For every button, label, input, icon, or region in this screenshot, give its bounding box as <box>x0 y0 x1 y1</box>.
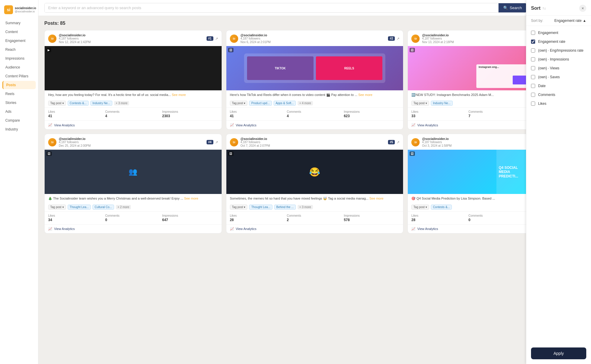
see-more-link[interactable]: See more <box>172 93 186 97</box>
sort-checkbox-engagement-rate[interactable] <box>531 40 535 44</box>
sort-option-likes[interactable]: Likes <box>526 99 591 108</box>
post-card: SI @socialinsider.io 4,187 followers Dec… <box>44 134 222 233</box>
sort-checkbox-engagement[interactable] <box>531 31 535 35</box>
stat-likes: Likes 28 <box>411 214 467 222</box>
sort-by-value[interactable]: Engagement rate ▲ <box>554 19 586 23</box>
view-analytics-button[interactable]: 📈 View Analytics <box>48 227 218 231</box>
sort-checkbox-comments[interactable] <box>531 93 535 97</box>
sidebar-item-summary[interactable]: Summary <box>2 19 36 27</box>
sort-option-label: (own) · Eng/Impressions rate <box>538 48 583 53</box>
sidebar-item-reels[interactable]: Reels <box>2 90 36 98</box>
sort-option-engagement-rate[interactable]: Engagement rate <box>526 37 591 46</box>
post-header: SI @socialinsider.io 4,187 followers Dec… <box>45 134 222 150</box>
post-type-select[interactable]: Tag post ▾ <box>48 205 66 210</box>
sidebar-item-content-pillars[interactable]: Content Pillars <box>2 72 36 80</box>
tag-more[interactable]: + 2 more <box>116 205 131 209</box>
post-type-select[interactable]: Tag post ▾ <box>411 205 429 210</box>
sidebar-item-engagement[interactable]: Engagement <box>2 37 36 45</box>
post-type-select[interactable]: Tag post ▾ <box>230 205 248 210</box>
post-tags: Tag post ▾ Thought Lea... Behind the ...… <box>226 203 403 211</box>
see-more-link[interactable]: See more <box>358 93 372 97</box>
post-info: @socialinsider.io 4,187 followers Nov 13… <box>422 33 454 44</box>
sidebar-item-industry[interactable]: Industry <box>2 125 36 133</box>
sort-panel-close-button[interactable]: × <box>579 5 586 12</box>
sort-checkbox-likes[interactable] <box>531 102 535 106</box>
external-link-icon[interactable]: ↗ <box>397 140 400 144</box>
stat-likes: Likes 41 <box>48 110 104 118</box>
sidebar: si socialinsider.io @socialinsider.io Su… <box>0 0 38 364</box>
tag-more[interactable]: + 3 more <box>114 101 129 105</box>
app-name: socialinsider.io <box>15 6 36 10</box>
image-icon: 🖼 <box>410 151 415 156</box>
post-type-select[interactable]: Tag post ▾ <box>48 101 66 106</box>
search-input[interactable] <box>45 3 499 12</box>
sidebar-item-content[interactable]: Content <box>2 28 36 36</box>
sort-option-label: (own) · Views <box>538 66 559 70</box>
tag-more[interactable]: + 3 more <box>298 205 313 209</box>
sidebar-item-posts[interactable]: Posts <box>2 81 36 89</box>
stat-likes: Likes 34 <box>48 214 104 222</box>
tag-2[interactable]: Apps & Soft... <box>274 101 296 106</box>
external-link-icon[interactable]: ↗ <box>215 140 218 144</box>
tag-1[interactable]: Product upd... <box>249 101 272 106</box>
see-more-link[interactable]: See more <box>369 197 384 200</box>
tag-1[interactable]: Contests &... <box>431 205 452 210</box>
tag-1[interactable]: Industry Ne... <box>431 101 452 106</box>
view-analytics: 📈 View Analytics <box>45 224 222 233</box>
tag-1[interactable]: Thought Lea... <box>249 205 272 210</box>
sidebar-item-impressions[interactable]: Impressions <box>2 54 36 63</box>
chevron-up-icon: ▲ <box>583 19 586 23</box>
sidebar-item-audience[interactable]: Audience <box>2 63 36 71</box>
post-profile: SI @socialinsider.io 4,187 followers Oct… <box>411 137 452 147</box>
post-header: SI @socialinsider.io 4,187 followers Oct… <box>226 134 403 150</box>
post-rank: #2 <box>388 36 395 41</box>
sort-option-own-eng-impressions[interactable]: (own) · Eng/Impressions rate <box>526 46 591 55</box>
post-followers: 4,187 followers <box>422 141 452 144</box>
post-type-select[interactable]: Tag post ▾ <box>230 101 248 106</box>
external-link-icon[interactable]: ↗ <box>215 37 218 41</box>
stat-comments: Comments 7 <box>468 110 524 118</box>
post-info: @socialinsider.io 4,187 followers Nov 6,… <box>241 33 271 44</box>
post-image: 🖼 😂 <box>226 150 403 194</box>
avatar: SI <box>411 35 420 43</box>
tag-2[interactable]: Behind the ... <box>274 205 296 210</box>
external-link-icon[interactable]: ↗ <box>397 37 400 41</box>
sort-checkbox-own-saves[interactable] <box>531 75 535 79</box>
tag-2[interactable]: Cultural Co... <box>92 205 114 210</box>
sort-apply-button[interactable]: Apply <box>531 347 586 359</box>
post-account: @socialinsider.io <box>241 137 270 141</box>
sort-option-own-saves[interactable]: (own) · Saves <box>526 73 591 81</box>
sort-option-comments[interactable]: Comments <box>526 90 591 99</box>
sidebar-item-stories[interactable]: Stories <box>2 99 36 107</box>
sort-option-date[interactable]: Date <box>526 81 591 90</box>
sort-checkbox-own-eng-impressions[interactable] <box>531 48 535 53</box>
post-account: @socialinsider.io <box>59 33 91 37</box>
post-image: 🖼 TIKTOK REELS <box>226 46 403 90</box>
see-more-link[interactable]: See more <box>184 197 198 200</box>
sidebar-item-compare[interactable]: Compare <box>2 116 36 125</box>
sort-checkbox-own-impressions[interactable] <box>531 57 535 61</box>
tag-more[interactable]: + 4 more <box>298 101 313 105</box>
view-analytics-button[interactable]: 📈 View Analytics <box>230 123 400 127</box>
logo-icon: si <box>4 5 13 14</box>
post-profile: SI @socialinsider.io 4,187 followers Dec… <box>48 137 91 147</box>
post-followers: 4,187 followers <box>422 37 454 40</box>
tag-1[interactable]: Contests &... <box>68 101 89 106</box>
tag-1[interactable]: Thought Lea... <box>68 205 91 210</box>
sort-option-engagement[interactable]: Engagement <box>526 28 591 37</box>
sidebar-item-ads[interactable]: Ads <box>2 107 36 116</box>
sort-option-own-impressions[interactable]: (own) · Impressions <box>526 55 591 64</box>
post-type-select[interactable]: Tag post ▾ <box>411 101 429 106</box>
sort-checkbox-date[interactable] <box>531 84 535 88</box>
tag-2[interactable]: Industry Ne... <box>90 101 112 106</box>
post-followers: 4,187 followers <box>59 141 91 144</box>
view-analytics-button[interactable]: 📈 View Analytics <box>230 227 400 231</box>
stat-likes: Likes 28 <box>230 214 286 222</box>
sort-checkbox-own-views[interactable] <box>531 66 535 70</box>
post-header: SI @socialinsider.io 4,187 followers Nov… <box>226 30 403 46</box>
sidebar-item-reach[interactable]: Reach <box>2 45 36 54</box>
sort-option-own-views[interactable]: (own) · Views <box>526 64 591 73</box>
image-icon: 🖼 <box>228 48 233 52</box>
search-button[interactable]: 🔍 Search <box>499 3 527 12</box>
view-analytics-button[interactable]: 📈 View Analytics <box>48 123 218 127</box>
